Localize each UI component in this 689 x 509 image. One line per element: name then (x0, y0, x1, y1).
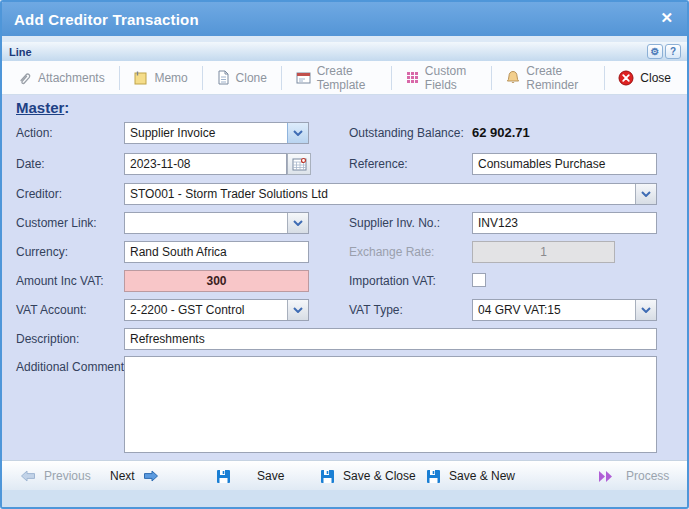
action-dropdown[interactable]: Supplier Invoice (124, 122, 309, 144)
chevron-down-icon (641, 191, 651, 197)
line-section-title: Line (9, 46, 32, 58)
create-reminder-button[interactable]: Create Reminder (494, 66, 601, 90)
form-area: Master: Action: Supplier Invoice Outstan… (2, 95, 687, 460)
description-input[interactable] (124, 328, 657, 350)
process-label: Process (626, 469, 669, 483)
date-input[interactable] (124, 153, 287, 175)
line-section-header: Line ⚙ ? (2, 42, 687, 62)
memo-note-icon (133, 70, 148, 85)
previous-arrow-icon (20, 470, 36, 482)
calendar-icon (292, 157, 307, 171)
chevron-down-icon (293, 130, 303, 136)
custom-fields-button[interactable]: Custom Fields (394, 66, 490, 90)
toolbar-divider (281, 66, 282, 90)
clone-button[interactable]: Clone (205, 66, 279, 90)
save-floppy-icon (426, 469, 441, 484)
memo-button[interactable]: Memo (121, 66, 199, 90)
save-close-label: Save & Close (343, 469, 416, 483)
create-template-label: Create Template (317, 64, 377, 92)
memo-label: Memo (154, 71, 187, 85)
importation-vat-label: Importation VAT: (349, 270, 436, 292)
previous-button[interactable]: Previous (20, 461, 91, 491)
help-icon: ? (670, 46, 676, 57)
process-double-arrow-icon (598, 470, 618, 483)
reference-label: Reference: (349, 153, 408, 175)
creditor-dropdown-button[interactable] (635, 184, 656, 204)
importation-vat-checkbox[interactable] (472, 273, 486, 287)
date-picker-button[interactable] (287, 153, 311, 175)
gear-icon: ⚙ (651, 46, 660, 57)
description-label: Description: (16, 328, 79, 350)
attachments-label: Attachments (38, 71, 105, 85)
footer-bar: Previous Next Save Save & Close Save & N… (2, 460, 687, 491)
customer-link-dropdown-button[interactable] (287, 213, 308, 233)
amount-inc-vat-input[interactable] (124, 270, 309, 292)
vat-type-dropdown[interactable]: 04 GRV VAT:15 (472, 299, 657, 321)
reference-input[interactable] (472, 153, 657, 175)
customer-link-dropdown[interactable] (124, 212, 309, 234)
creditor-dropdown[interactable]: STO001 - Storm Trader Solutions Ltd (124, 183, 657, 205)
vat-account-dropdown-button[interactable] (287, 300, 308, 320)
toolbar-divider (391, 66, 392, 90)
action-label: Action: (16, 122, 53, 144)
window-close-icon[interactable]: ✕ (660, 10, 673, 26)
pink-grid-icon (406, 71, 419, 84)
bottom-strip (2, 490, 687, 507)
toolbar-divider (491, 66, 492, 90)
create-reminder-label: Create Reminder (526, 64, 589, 92)
vat-account-value: 2-2200 - GST Control (125, 300, 287, 320)
save-floppy-icon (320, 469, 335, 484)
close-label: Close (640, 71, 671, 85)
close-button[interactable]: Close (606, 66, 683, 90)
outstanding-balance-label: Outstanding Balance: (349, 122, 464, 144)
amount-inc-vat-label: Amount Inc VAT: (16, 270, 104, 292)
chevron-down-icon (293, 307, 303, 313)
bell-icon (506, 70, 520, 85)
create-template-button[interactable]: Create Template (284, 66, 389, 90)
supplier-inv-no-input[interactable] (472, 212, 657, 234)
attachments-button[interactable]: Attachments (6, 66, 117, 90)
settings-gear-button[interactable]: ⚙ (647, 44, 663, 59)
next-button[interactable]: Next (110, 461, 159, 491)
process-button[interactable]: Process (598, 461, 669, 491)
save-close-button[interactable]: Save & Close (320, 461, 416, 491)
supplier-inv-no-label: Supplier Inv. No.: (349, 212, 440, 234)
clone-label: Clone (236, 71, 267, 85)
red-close-circle-icon (618, 70, 634, 86)
save-new-label: Save & New (449, 469, 515, 483)
vat-type-label: VAT Type: (349, 299, 403, 321)
next-label: Next (110, 469, 135, 483)
save-label: Save (257, 469, 284, 483)
help-button[interactable]: ? (665, 44, 681, 59)
creditor-label: Creditor: (16, 183, 62, 205)
additional-comment-textarea[interactable] (124, 356, 657, 453)
currency-label: Currency: (16, 241, 68, 263)
action-value: Supplier Invoice (125, 123, 287, 143)
template-window-icon (296, 71, 311, 85)
date-label: Date: (16, 153, 45, 175)
outstanding-balance-value: 62 902.71 (472, 122, 530, 144)
save-new-button[interactable]: Save & New (426, 461, 515, 491)
save-button[interactable]: Save (216, 461, 284, 491)
toolbar-divider (202, 66, 203, 90)
toolbar-divider (604, 66, 605, 90)
exchange-rate-input (472, 241, 615, 263)
title-bar: Add Creditor Transaction ✕ (2, 2, 687, 36)
currency-input[interactable] (124, 241, 309, 263)
next-arrow-icon (143, 470, 159, 482)
add-creditor-transaction-dialog: Add Creditor Transaction ✕ Line ⚙ ? Atta… (0, 0, 689, 509)
custom-fields-label: Custom Fields (425, 64, 478, 92)
previous-label: Previous (44, 469, 91, 483)
exchange-rate-label: Exchange Rate: (349, 241, 434, 263)
additional-comment-label: Additional Comment: (16, 356, 127, 378)
chevron-down-icon (641, 307, 651, 313)
creditor-value: STO001 - Storm Trader Solutions Ltd (125, 184, 635, 204)
vat-account-dropdown[interactable]: 2-2200 - GST Control (124, 299, 309, 321)
action-dropdown-button[interactable] (287, 123, 308, 143)
customer-link-value (125, 213, 287, 233)
document-icon (217, 70, 230, 85)
toolbar: Attachments Memo Clone Create Template (2, 61, 687, 95)
vat-account-label: VAT Account: (16, 299, 87, 321)
vat-type-dropdown-button[interactable] (635, 300, 656, 320)
master-heading: Master: (16, 99, 69, 116)
